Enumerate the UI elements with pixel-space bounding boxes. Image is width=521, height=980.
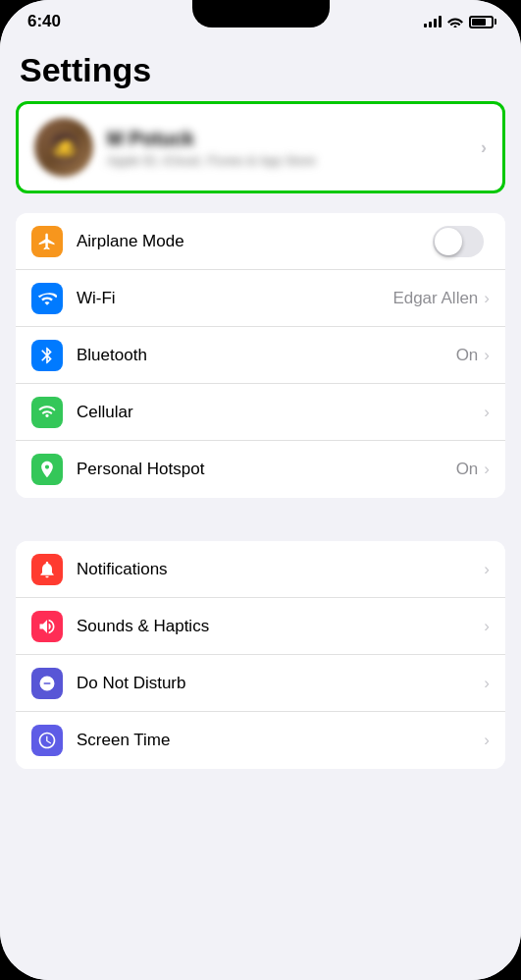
screentime-label: Screen Time <box>77 731 484 750</box>
airplane-icon <box>31 226 63 257</box>
profile-card[interactable]: 🧔 M Potuck Apple ID, iCloud, iTunes & Ap… <box>16 101 505 193</box>
settings-item-donotdisturb[interactable]: Do Not Disturb › <box>16 655 505 712</box>
screentime-icon <box>31 725 63 756</box>
bluetooth-chevron: › <box>484 346 490 365</box>
profile-section: 🧔 M Potuck Apple ID, iCloud, iTunes & Ap… <box>0 101 521 193</box>
wifi-chevron: › <box>484 289 490 308</box>
settings-item-notifications[interactable]: Notifications › <box>16 541 505 598</box>
settings-title-bar: Settings <box>0 43 521 101</box>
donotdisturb-label: Do Not Disturb <box>77 674 484 693</box>
battery-icon <box>469 16 494 28</box>
avatar: 🧔 <box>34 118 93 177</box>
profile-info: M Potuck Apple ID, iCloud, iTunes & App … <box>107 128 481 168</box>
notch <box>192 0 330 27</box>
screentime-chevron: › <box>484 731 490 750</box>
settings-item-screentime[interactable]: Screen Time › <box>16 712 505 769</box>
settings-item-hotspot[interactable]: Personal Hotspot On › <box>16 441 505 498</box>
status-time: 6:40 <box>27 12 61 31</box>
settings-item-bluetooth[interactable]: Bluetooth On › <box>16 327 505 384</box>
hotspot-label: Personal Hotspot <box>77 460 456 479</box>
wifi-label: Wi-Fi <box>77 289 392 308</box>
settings-group-connectivity: Airplane Mode Wi-Fi Edgar Allen › <box>0 205 521 498</box>
notifications-chevron: › <box>484 560 490 579</box>
wifi-status-icon <box>447 16 463 27</box>
airplane-label: Airplane Mode <box>77 232 433 251</box>
settings-item-sounds[interactable]: Sounds & Haptics › <box>16 598 505 655</box>
hotspot-icon <box>31 454 63 485</box>
cellular-label: Cellular <box>77 403 484 422</box>
airplane-toggle[interactable] <box>433 226 484 257</box>
wifi-value: Edgar Allen <box>392 289 478 308</box>
settings-item-wifi[interactable]: Wi-Fi Edgar Allen › <box>16 270 505 327</box>
wifi-icon <box>31 283 63 314</box>
sounds-label: Sounds & Haptics <box>77 617 484 636</box>
sounds-chevron: › <box>484 617 490 636</box>
cellular-chevron: › <box>484 403 490 422</box>
settings-item-airplane[interactable]: Airplane Mode <box>16 213 505 270</box>
hotspot-value: On <box>456 460 479 479</box>
donotdisturb-chevron: › <box>484 674 490 693</box>
settings-group-notifications: Notifications › Sounds & Haptics › <box>0 533 521 769</box>
donotdisturb-icon <box>31 668 63 699</box>
signal-icon <box>424 16 442 27</box>
notifications-icon <box>31 554 63 585</box>
sounds-icon <box>31 611 63 642</box>
hotspot-chevron: › <box>484 460 490 479</box>
profile-chevron: › <box>481 137 487 158</box>
cellular-icon <box>31 397 63 428</box>
settings-group-inner-2: Notifications › Sounds & Haptics › <box>16 541 505 769</box>
profile-subtitle: Apple ID, iCloud, iTunes & App Store <box>107 153 481 168</box>
phone-frame: 6:40 Settings 🧔 <box>0 0 521 980</box>
content: Settings 🧔 M Potuck Apple ID, iCloud, iT… <box>0 43 521 980</box>
page-title: Settings <box>20 51 501 89</box>
settings-group-inner-1: Airplane Mode Wi-Fi Edgar Allen › <box>16 213 505 498</box>
notifications-label: Notifications <box>77 560 484 579</box>
bottom-spacer <box>0 769 521 980</box>
profile-name: M Potuck <box>107 128 481 150</box>
settings-item-cellular[interactable]: Cellular › <box>16 384 505 441</box>
spacer-1 <box>0 498 521 533</box>
bluetooth-label: Bluetooth <box>77 346 456 365</box>
status-icons <box>424 16 494 28</box>
bluetooth-value: On <box>456 346 479 365</box>
bluetooth-icon <box>31 340 63 371</box>
